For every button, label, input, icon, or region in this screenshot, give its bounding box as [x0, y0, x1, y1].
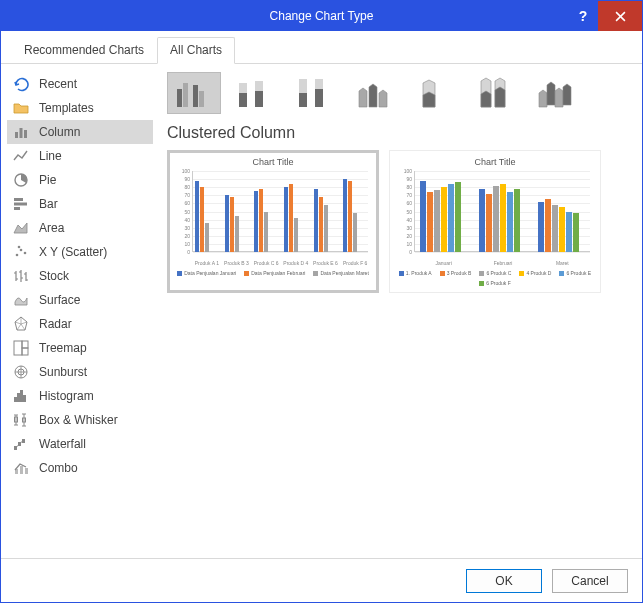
subtype-clustered-column[interactable] [167, 72, 221, 114]
svg-rect-19 [23, 395, 26, 402]
sidebar-item-label: Templates [39, 101, 94, 115]
change-chart-type-dialog: Change Chart Type ? Recommended Charts A… [0, 0, 643, 603]
stacked-column-3d-icon [413, 77, 455, 109]
sunburst-icon [13, 364, 29, 380]
sidebar-item-label: Radar [39, 317, 72, 331]
treemap-icon [13, 340, 29, 356]
subtype-stacked-column[interactable] [227, 72, 281, 114]
sidebar-item-stock[interactable]: Stock [7, 264, 153, 288]
sidebar-item-label: Line [39, 149, 62, 163]
svg-point-9 [24, 252, 27, 255]
stock-chart-icon [13, 268, 29, 284]
svg-rect-37 [299, 93, 307, 107]
clustered-column-icon [173, 77, 215, 109]
tab-recommended-charts[interactable]: Recommended Charts [11, 37, 157, 64]
chart-legend: 1. Produk A3 Produk B6 Produk C4 Produk … [396, 270, 594, 286]
combo-chart-icon [13, 460, 29, 476]
svg-rect-24 [22, 439, 25, 443]
svg-rect-12 [22, 341, 28, 348]
tab-strip: Recommended Charts All Charts [1, 31, 642, 64]
sidebar-item-pie[interactable]: Pie [7, 168, 153, 192]
sidebar-item-label: Bar [39, 197, 58, 211]
sidebar-item-label: Area [39, 221, 64, 235]
sidebar-item-line[interactable]: Line [7, 144, 153, 168]
folder-icon [13, 100, 29, 116]
svg-rect-33 [239, 93, 247, 107]
chart-preview-1[interactable]: Chart Title 0102030405060708090100Produk… [167, 150, 379, 293]
close-icon [615, 11, 626, 22]
svg-rect-39 [315, 89, 323, 107]
sidebar-item-waterfall[interactable]: Waterfall [7, 432, 153, 456]
svg-rect-26 [20, 466, 23, 474]
sidebar-item-templates[interactable]: Templates [7, 96, 153, 120]
sidebar-item-label: Treemap [39, 341, 87, 355]
svg-rect-16 [14, 397, 17, 402]
svg-point-10 [18, 246, 21, 249]
subtype-3d-clustered-column[interactable] [347, 72, 401, 114]
chart-preview-2[interactable]: Chart Title 0102030405060708090100Januar… [389, 150, 601, 293]
recent-icon [13, 76, 29, 92]
box-whisker-icon [13, 412, 29, 428]
sidebar-item-box-whisker[interactable]: Box & Whisker [7, 408, 153, 432]
subtype-3d-100-stacked-column[interactable] [467, 72, 521, 114]
svg-rect-13 [22, 348, 28, 355]
svg-rect-2 [24, 130, 27, 138]
help-button[interactable]: ? [568, 1, 598, 31]
sidebar-item-label: Column [39, 125, 80, 139]
pie-chart-icon [13, 172, 29, 188]
sidebar-item-label: Surface [39, 293, 80, 307]
svg-rect-29 [183, 83, 188, 107]
svg-point-7 [16, 254, 19, 257]
subtype-100-stacked-column[interactable] [287, 72, 341, 114]
ok-button[interactable]: OK [466, 569, 542, 593]
subtype-3d-stacked-column[interactable] [407, 72, 461, 114]
sidebar-item-area[interactable]: Area [7, 216, 153, 240]
svg-rect-1 [20, 128, 23, 138]
radar-chart-icon [13, 316, 29, 332]
line-chart-icon [13, 148, 29, 164]
chart-title: Chart Title [174, 157, 372, 167]
sidebar-item-label: Recent [39, 77, 77, 91]
content-area: Recent Templates Column Line Pie Bar [1, 64, 642, 563]
chart-title: Chart Title [396, 157, 594, 167]
svg-rect-6 [14, 207, 20, 210]
stacked-column-icon [233, 77, 275, 109]
chart-previews: Chart Title 0102030405060708090100Produk… [167, 150, 628, 293]
svg-rect-0 [15, 132, 18, 138]
sidebar-item-histogram[interactable]: Histogram [7, 384, 153, 408]
sidebar-item-label: Stock [39, 269, 69, 283]
chart-legend: Data Penjualan JanuariData Penjualan Feb… [174, 270, 372, 276]
sidebar-item-surface[interactable]: Surface [7, 288, 153, 312]
sidebar-item-column[interactable]: Column [7, 120, 153, 144]
title-controls: ? [568, 1, 642, 31]
sidebar-item-sunburst[interactable]: Sunburst [7, 360, 153, 384]
sidebar-item-label: Combo [39, 461, 78, 475]
sidebar-item-recent[interactable]: Recent [7, 72, 153, 96]
area-chart-icon [13, 220, 29, 236]
sidebar-item-scatter[interactable]: X Y (Scatter) [7, 240, 153, 264]
histogram-icon [13, 388, 29, 404]
sidebar-item-bar[interactable]: Bar [7, 192, 153, 216]
sidebar-item-combo[interactable]: Combo [7, 456, 153, 480]
column-3d-icon [533, 77, 575, 109]
svg-rect-5 [14, 203, 27, 206]
stacked100-column-3d-icon [473, 77, 515, 109]
sidebar-item-label: Waterfall [39, 437, 86, 451]
svg-rect-31 [199, 91, 204, 107]
close-button[interactable] [598, 1, 642, 31]
chart-plot-area: 0102030405060708090100JanuariFebruariMar… [396, 171, 594, 266]
window-title: Change Chart Type [270, 9, 374, 23]
dialog-footer: OK Cancel [1, 558, 642, 602]
sidebar-item-treemap[interactable]: Treemap [7, 336, 153, 360]
cancel-button[interactable]: Cancel [552, 569, 628, 593]
svg-rect-30 [193, 85, 198, 107]
subtype-3d-column[interactable] [527, 72, 581, 114]
subtype-title: Clustered Column [167, 124, 628, 142]
svg-rect-22 [14, 446, 17, 450]
svg-rect-11 [14, 341, 22, 355]
subtype-row [167, 72, 628, 114]
sidebar-item-radar[interactable]: Radar [7, 312, 153, 336]
bar-chart-icon [13, 196, 29, 212]
tab-all-charts[interactable]: All Charts [157, 37, 235, 64]
waterfall-icon [13, 436, 29, 452]
